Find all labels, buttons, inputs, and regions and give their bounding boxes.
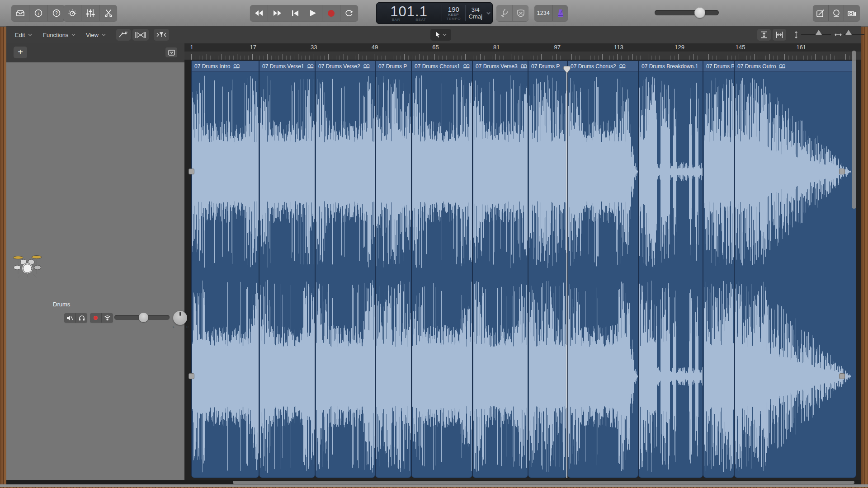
- audio-region[interactable]: 07 Drums Breakdown.1: [638, 61, 703, 478]
- region-header[interactable]: 07 Drums Breakdown.1: [639, 61, 703, 72]
- waveform-end-handle-bottom[interactable]: [839, 373, 845, 379]
- region-header[interactable]: 07 Drums B: [703, 61, 734, 72]
- ruler-tick: [750, 56, 751, 60]
- ruler-tick: [458, 56, 458, 60]
- audio-region[interactable]: 07 Drums Verse2ΩΩ: [315, 61, 375, 478]
- region-header[interactable]: 07 Drums Verse1ΩΩ: [259, 61, 315, 72]
- lcd-position-section[interactable]: 101.1 BAR BEAT: [376, 2, 442, 24]
- ruler-tick: [845, 54, 846, 60]
- info-button[interactable]: i: [29, 5, 47, 21]
- solo-button[interactable]: [76, 313, 87, 323]
- tuner-button[interactable]: [496, 5, 513, 21]
- loop-browser-button[interactable]: [829, 5, 844, 21]
- track-volume-thumb[interactable]: [139, 313, 148, 322]
- playhead[interactable]: [566, 66, 567, 478]
- record-button[interactable]: [322, 5, 340, 21]
- horizontal-zoom-slider[interactable]: [844, 34, 864, 35]
- ruler-tick: [385, 56, 386, 60]
- mixer-button[interactable]: [81, 5, 99, 21]
- track-volume-slider[interactable]: [114, 315, 170, 320]
- drum-kit-icon: [13, 253, 42, 278]
- vertical-scrollbar[interactable]: [852, 51, 856, 209]
- help-button[interactable]: ?: [47, 5, 65, 21]
- playhead-marker[interactable]: [563, 66, 571, 74]
- count-in-button[interactable]: 1234: [534, 5, 553, 21]
- audio-region[interactable]: 07 Drums B: [703, 61, 734, 478]
- flex-button[interactable]: [132, 29, 149, 41]
- audio-region[interactable]: 07 Drums Chorus1ΩΩ: [411, 61, 472, 478]
- horizontal-scrollbar[interactable]: [233, 481, 854, 484]
- vertical-zoom-slider[interactable]: [801, 34, 831, 35]
- ruler-tick: [564, 56, 564, 60]
- audio-region[interactable]: 07 Drums OutroΩΩ: [734, 61, 856, 478]
- lcd-tempo-section[interactable]: 190 KEEP TEMPO: [442, 2, 465, 24]
- input-monitoring-button[interactable]: [102, 313, 113, 323]
- chevron-down-icon: [28, 33, 32, 36]
- loop-badge-icon: ΩΩ: [779, 64, 785, 69]
- record-enable-button[interactable]: [90, 313, 102, 323]
- region-header[interactable]: 07 Drums P: [528, 61, 567, 72]
- edit-menu[interactable]: Edit: [15, 26, 32, 43]
- fit-horizontal-button[interactable]: [773, 29, 786, 41]
- lcd-display[interactable]: 101.1 BAR BEAT 190 KEEP TEMPO 3/4 Cmaj: [376, 2, 493, 24]
- cycle-button[interactable]: [340, 5, 358, 21]
- track-header-config-button[interactable]: [165, 47, 177, 57]
- editors-button[interactable]: [99, 5, 117, 21]
- region-header[interactable]: 07 Drums Verse2ΩΩ: [316, 61, 375, 72]
- tool-selector[interactable]: [430, 29, 451, 41]
- waveform-end-handle-top[interactable]: [839, 169, 845, 174]
- audio-region[interactable]: 07 Drums P: [375, 61, 411, 478]
- ruler-tick: [446, 56, 447, 60]
- region-header[interactable]: 07 Drums Chorus1ΩΩ: [412, 61, 472, 72]
- functions-menu[interactable]: Functions: [43, 26, 75, 43]
- lcd-options-button[interactable]: [486, 2, 493, 24]
- pan-knob[interactable]: [173, 311, 187, 325]
- ruler-ticks[interactable]: [184, 52, 861, 60]
- note-pad-button[interactable]: [813, 5, 829, 21]
- audio-region[interactable]: 07 Drums IntroΩΩ: [191, 61, 259, 478]
- go-to-beginning-icon: [292, 10, 298, 16]
- track-name[interactable]: Drums: [53, 301, 70, 308]
- rewind-button[interactable]: [250, 5, 268, 21]
- waveform-start-handle-bottom[interactable]: [189, 373, 194, 379]
- catch-playhead-button[interactable]: [154, 29, 169, 41]
- audio-region[interactable]: 07 Drums Chorus2ΩΩ: [567, 61, 638, 478]
- region-header[interactable]: 07 Drums P: [376, 61, 411, 72]
- ruler-tick: [290, 56, 291, 60]
- ruler-bar-label: 17: [250, 44, 256, 51]
- audio-region[interactable]: 07 Drums P: [528, 61, 567, 478]
- master-effects-button[interactable]: [513, 5, 528, 21]
- media-browser-button[interactable]: [844, 5, 860, 21]
- horizontal-zoom-thumb[interactable]: [845, 30, 852, 35]
- waveform-start-handle-top[interactable]: [189, 169, 194, 174]
- ruler-tick: [682, 56, 682, 60]
- ruler-tick: [811, 56, 811, 60]
- region-header[interactable]: 07 Drums OutroΩΩ: [735, 61, 856, 72]
- smart-controls-button[interactable]: [63, 5, 81, 21]
- lcd-key-section[interactable]: 3/4 Cmaj: [465, 2, 486, 24]
- add-track-button[interactable]: +: [14, 47, 27, 58]
- ruler-tick: [557, 54, 557, 60]
- fit-vertical-button[interactable]: [757, 29, 771, 41]
- audio-region[interactable]: 07 Drums Verse3ΩΩ: [472, 61, 528, 478]
- mute-button[interactable]: [64, 313, 76, 323]
- ruler-tick: [648, 54, 648, 60]
- ruler-tick: [579, 56, 580, 60]
- region-header[interactable]: 07 Drums Chorus2ΩΩ: [568, 61, 638, 72]
- vertical-zoom-thumb[interactable]: [816, 30, 822, 35]
- region-header[interactable]: 07 Drums Verse3ΩΩ: [473, 61, 528, 72]
- view-menu[interactable]: View: [86, 26, 106, 43]
- play-button[interactable]: [304, 5, 322, 21]
- pan-knob-pointer: [179, 312, 181, 316]
- master-volume-thumb[interactable]: [694, 7, 705, 18]
- go-to-beginning-button[interactable]: [286, 5, 304, 21]
- master-volume-slider[interactable]: [655, 10, 719, 15]
- forward-button[interactable]: [268, 5, 286, 21]
- library-button[interactable]: [11, 5, 29, 21]
- ruler-tick: [822, 56, 823, 60]
- metronome-button[interactable]: [553, 5, 568, 21]
- automation-button[interactable]: [116, 29, 131, 41]
- ruler-bar-numbers[interactable]: 1173349658197113129145161: [184, 43, 861, 52]
- audio-region[interactable]: 07 Drums Verse1ΩΩ: [259, 61, 315, 478]
- region-header[interactable]: 07 Drums IntroΩΩ: [192, 61, 259, 72]
